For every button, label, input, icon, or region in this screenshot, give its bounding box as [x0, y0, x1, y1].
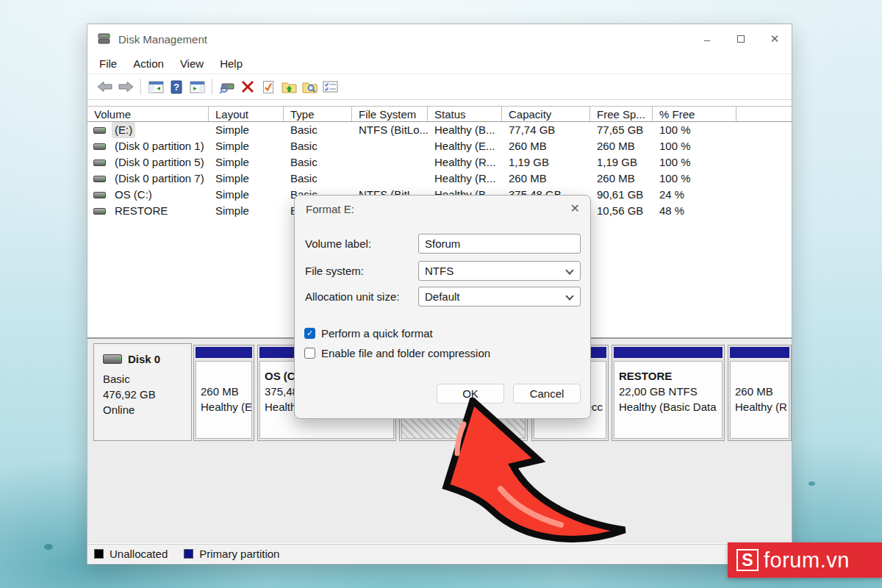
table-row[interactable]: (Disk 0 partition 7) Simple Basic Health… [87, 171, 792, 187]
menu-bar: File Action View Help [87, 54, 792, 74]
file-system-label: File system: [305, 261, 364, 281]
check-document-icon[interactable] [258, 77, 279, 96]
disk0-info-panel[interactable]: Disk 0 Basic 476,92 GB Online [93, 343, 192, 441]
partition-color-bar [614, 347, 723, 358]
compression-checkbox[interactable] [304, 348, 315, 359]
format-dialog: Format E: ✕ Volume label: Sforum File sy… [294, 195, 591, 419]
volume-icon [93, 176, 106, 182]
col-volume[interactable]: Volume [87, 107, 209, 121]
help-icon[interactable]: ? [166, 77, 187, 96]
cell-file-system [352, 138, 428, 154]
table-row[interactable]: (Disk 0 partition 1) Simple Basic Health… [87, 138, 792, 154]
disk-type: Basic [103, 371, 191, 387]
disk-management-app-icon [98, 33, 112, 46]
cell-free-space: 260 MB [590, 171, 653, 187]
cell-capacity: 1,19 GB [502, 154, 590, 171]
annotation-arrow [439, 398, 631, 546]
partition-label [735, 368, 789, 384]
action-pane-icon[interactable] [187, 77, 207, 96]
volume-icon [93, 143, 106, 150]
file-system-dropdown[interactable]: NTFS [418, 261, 581, 281]
toolbar-separator [212, 79, 212, 95]
dialog-close-icon[interactable]: ✕ [570, 201, 580, 215]
volume-label-label: Volume label: [305, 234, 371, 254]
cell-pct-free: 24 % [653, 187, 736, 203]
partition-label: RESTORE [619, 368, 722, 384]
unallocated-swatch [94, 549, 104, 559]
partition-size: 260 MB [735, 384, 789, 399]
window-title: Disk Management [118, 33, 207, 46]
folder-search-icon[interactable] [299, 77, 320, 96]
volume-label-input[interactable]: Sforum [418, 234, 581, 254]
allocation-unit-dropdown[interactable]: Default [418, 287, 581, 306]
cell-status: Healthy (R... [428, 154, 502, 171]
cell-type: Basic [284, 154, 352, 171]
toolbar: ? [87, 74, 792, 100]
quick-format-label[interactable]: Perform a quick format [321, 327, 433, 340]
cell-pct-free: 100 % [653, 171, 736, 187]
cell-type: Basic [284, 138, 352, 154]
screenshot-canvas: Disk Management – ✕ File Action View Hel… [0, 0, 882, 588]
volume-name: (Disk 0 partition 5) [112, 154, 207, 171]
partition-status: Healthy (R [735, 399, 789, 415]
delete-icon[interactable] [237, 77, 258, 96]
col-type[interactable]: Type [284, 107, 352, 121]
volume-name: OS (C:) [112, 187, 155, 203]
volume-name: (E:) [112, 122, 135, 138]
table-row[interactable]: (E:) Simple Basic NTFS (BitLo... Healthy… [87, 122, 792, 138]
cell-free-space: 260 MB [590, 138, 653, 154]
check-icon: ✓ [306, 329, 313, 338]
col-capacity[interactable]: Capacity [502, 107, 590, 121]
cell-capacity: 260 MB [502, 171, 590, 187]
col-file-system[interactable]: File System [352, 107, 428, 121]
partition-status: Healthy (E [201, 399, 251, 415]
col-status[interactable]: Status [428, 107, 502, 121]
col-pct-free[interactable]: % Free [653, 107, 736, 121]
svg-text:?: ? [173, 82, 179, 93]
partition-size: 22,00 GB NTFS [619, 384, 722, 399]
file-system-value: NTFS [425, 265, 453, 277]
console-tree-icon[interactable] [146, 77, 166, 96]
cell-pct-free: 100 % [653, 154, 736, 171]
maximize-button[interactable] [724, 24, 758, 54]
menu-help[interactable]: Help [212, 57, 251, 70]
menu-view[interactable]: View [172, 57, 212, 70]
details-icon[interactable] [320, 77, 340, 96]
texture-speck [808, 481, 815, 486]
partition-recovery2[interactable]: 260 MB Healthy (R [728, 345, 792, 441]
disk-properties-icon[interactable] [217, 77, 237, 96]
partition-color-bar [196, 347, 252, 358]
compression-checkbox-row: Enable file and folder compression [304, 347, 490, 359]
forward-icon[interactable] [115, 77, 136, 96]
texture-speck [44, 544, 53, 550]
back-icon[interactable] [95, 77, 115, 96]
dialog-title: Format E: [306, 203, 354, 215]
cell-layout: Simple [209, 171, 284, 187]
legend-bar: Unallocated Primary partition [87, 544, 792, 563]
cell-type: Basic [284, 171, 352, 187]
cell-free-space: 77,65 GB [590, 122, 653, 138]
partition-color-bar [730, 347, 789, 358]
volume-name: (Disk 0 partition 7) [112, 171, 207, 187]
volume-icon [93, 192, 106, 198]
cell-type: Basic [284, 122, 352, 138]
compression-label[interactable]: Enable file and folder compression [321, 347, 490, 359]
table-row[interactable]: (Disk 0 partition 5) Simple Basic Health… [87, 154, 792, 171]
menu-action[interactable]: Action [125, 57, 172, 70]
minimize-button[interactable]: – [690, 24, 724, 54]
volume-name: (Disk 0 partition 1) [112, 138, 207, 154]
col-layout[interactable]: Layout [209, 107, 284, 121]
cell-layout: Simple [209, 138, 284, 154]
quick-format-checkbox[interactable]: ✓ [304, 328, 315, 339]
cell-capacity: 77,74 GB [502, 122, 590, 138]
sforum-watermark-text: forum.vn [764, 548, 850, 573]
partition-label [201, 368, 251, 384]
folder-up-icon[interactable] [279, 77, 299, 96]
menu-file[interactable]: File [87, 57, 125, 70]
col-free-space[interactable]: Free Sp... [590, 107, 653, 121]
cell-free-space: 10,56 GB [590, 203, 653, 219]
partition-efi[interactable]: 260 MB Healthy (E [193, 345, 254, 441]
unallocated-label: Unallocated [110, 548, 168, 560]
primary-partition-swatch [184, 549, 193, 559]
close-button[interactable]: ✕ [758, 24, 792, 54]
